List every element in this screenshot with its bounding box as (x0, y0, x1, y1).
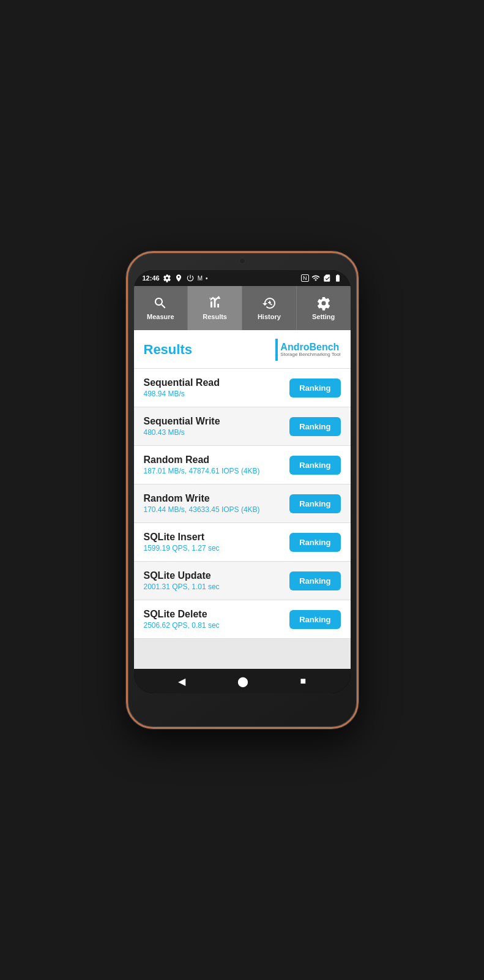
benchmark-list: Sequential Read 498.94 MB/s Ranking Sequ… (134, 369, 351, 639)
brand-text: AndroBench Storage Benchmarking Tool (280, 342, 340, 358)
benchmark-row-sqlite-delete: SQLite Delete 2506.62 QPS, 0.81 sec Rank… (134, 600, 351, 639)
home-button[interactable]: ⬤ (231, 673, 255, 690)
benchmark-row-sqlite-update: SQLite Update 2001.31 QPS, 1.01 sec Rank… (134, 562, 351, 600)
benchmark-row-sequential-write: Sequential Write 480.43 MB/s Ranking (134, 407, 351, 446)
back-button[interactable]: ◀ (172, 673, 192, 690)
brand-name: AndroBench (280, 342, 340, 353)
status-right: N (301, 274, 342, 282)
benchmark-info-sequential-write: Sequential Write 480.43 MB/s (144, 416, 290, 437)
benchmark-info-random-write: Random Write 170.44 MB/s, 43633.45 IOPS … (144, 493, 290, 514)
brand-subtitle: Storage Benchmarking Tool (280, 352, 340, 358)
no-sim-icon (322, 274, 331, 282)
chart-icon (207, 296, 222, 311)
camera-dot (239, 258, 245, 264)
benchmark-name-random-write: Random Write (144, 493, 290, 504)
ranking-button-sequential-write[interactable]: Ranking (289, 417, 340, 436)
settings-icon (163, 274, 171, 282)
power-button[interactable] (357, 326, 359, 357)
svg-rect-1 (268, 302, 271, 303)
benchmark-name-sqlite-insert: SQLite Insert (144, 532, 290, 543)
benchmark-value-random-read: 187.01 MB/s, 47874.61 IOPS (4KB) (144, 467, 290, 475)
benchmark-name-sequential-write: Sequential Write (144, 416, 290, 427)
mail-icon: M (198, 275, 203, 282)
battery-icon (333, 274, 342, 282)
benchmark-info-random-read: Random Read 187.01 MB/s, 47874.61 IOPS (… (144, 454, 290, 475)
benchmark-name-sequential-read: Sequential Read (144, 377, 290, 388)
brand-bar (275, 339, 278, 361)
benchmark-value-sqlite-update: 2001.31 QPS, 1.01 sec (144, 582, 290, 591)
phone-screen: 12:46 M • N Measure (134, 270, 351, 693)
benchmark-value-sqlite-delete: 2506.62 QPS, 0.81 sec (144, 621, 290, 630)
settings-gear-icon (316, 296, 331, 311)
tab-results[interactable]: Results (188, 286, 242, 330)
brand-logo: AndroBench Storage Benchmarking Tool (275, 339, 340, 361)
benchmark-name-random-read: Random Read (144, 454, 290, 466)
results-title: Results (144, 342, 192, 358)
history-icon (262, 296, 277, 311)
status-bar: 12:46 M • N (134, 270, 351, 286)
tab-measure[interactable]: Measure (134, 286, 188, 330)
status-time: 12:46 (143, 274, 160, 282)
ranking-button-sqlite-insert[interactable]: Ranking (289, 533, 340, 552)
benchmark-value-random-write: 170.44 MB/s, 43633.45 IOPS (4KB) (144, 505, 290, 514)
results-header: Results AndroBench Storage Benchmarking … (134, 330, 351, 369)
power-icon (186, 274, 195, 282)
signal-icon (311, 274, 320, 282)
tab-setting-label: Setting (312, 313, 335, 320)
phone-device: 12:46 M • N Measure (126, 251, 359, 729)
dot-icon: • (206, 275, 208, 282)
ranking-button-sequential-read[interactable]: Ranking (289, 379, 340, 398)
benchmark-info-sqlite-insert: SQLite Insert 1599.19 QPS, 1.27 sec (144, 532, 290, 552)
tab-history-label: History (258, 313, 281, 320)
status-left: 12:46 M • (143, 274, 208, 282)
recent-button[interactable]: ■ (294, 673, 312, 689)
nav-tabs: Measure Results History (134, 286, 351, 330)
benchmark-value-sqlite-insert: 1599.19 QPS, 1.27 sec (144, 544, 290, 552)
benchmark-info-sqlite-update: SQLite Update 2001.31 QPS, 1.01 sec (144, 570, 290, 591)
ranking-button-random-write[interactable]: Ranking (289, 494, 340, 513)
brand-name-andro: Andro (280, 342, 309, 352)
brand-name-bench: Bench (309, 342, 339, 352)
ranking-button-random-read[interactable]: Ranking (289, 456, 340, 475)
benchmark-value-sequential-write: 480.43 MB/s (144, 428, 290, 437)
tab-measure-label: Measure (147, 313, 174, 320)
benchmark-row-random-write: Random Write 170.44 MB/s, 43633.45 IOPS … (134, 484, 351, 523)
empty-space (134, 639, 351, 669)
ranking-button-sqlite-delete[interactable]: Ranking (289, 610, 340, 629)
tab-history[interactable]: History (242, 286, 297, 330)
benchmark-info-sqlite-delete: SQLite Delete 2506.62 QPS, 0.81 sec (144, 609, 290, 630)
benchmark-row-sequential-read: Sequential Read 498.94 MB/s Ranking (134, 369, 351, 407)
tab-results-label: Results (203, 313, 227, 320)
volume-down-button[interactable] (126, 344, 128, 374)
volume-up-button[interactable] (126, 314, 128, 336)
benchmark-value-sequential-read: 498.94 MB/s (144, 390, 290, 398)
benchmark-row-sqlite-insert: SQLite Insert 1599.19 QPS, 1.27 sec Rank… (134, 523, 351, 562)
benchmark-name-sqlite-delete: SQLite Delete (144, 609, 290, 620)
nfc-icon: N (301, 274, 309, 282)
bottom-nav: ◀ ⬤ ■ (134, 669, 351, 693)
benchmark-info-sequential-read: Sequential Read 498.94 MB/s (144, 377, 290, 398)
benchmark-name-sqlite-update: SQLite Update (144, 570, 290, 581)
benchmark-row-random-read: Random Read 187.01 MB/s, 47874.61 IOPS (… (134, 446, 351, 484)
location-icon (174, 274, 183, 282)
main-content: Results AndroBench Storage Benchmarking … (134, 330, 351, 669)
tab-setting[interactable]: Setting (297, 286, 351, 330)
search-icon (153, 296, 168, 311)
ranking-button-sqlite-update[interactable]: Ranking (289, 571, 340, 590)
